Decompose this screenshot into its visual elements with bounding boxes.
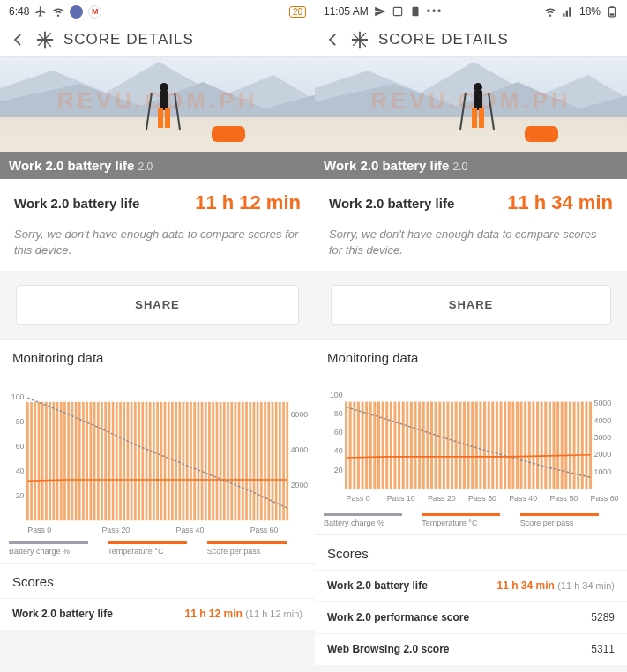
score-name: Work 2.0 performance score: [327, 611, 469, 623]
score-value: 5289: [591, 611, 615, 623]
svg-text:20: 20: [16, 491, 25, 500]
svg-rect-25: [89, 402, 92, 520]
svg-rect-20: [71, 402, 73, 520]
svg-rect-43: [156, 402, 159, 520]
svg-rect-52: [190, 402, 192, 520]
svg-text:100: 100: [330, 391, 343, 399]
svg-text:80: 80: [334, 409, 343, 418]
svg-rect-146: [520, 402, 523, 489]
svg-text:Pass 10: Pass 10: [387, 494, 415, 503]
svg-rect-73: [267, 402, 270, 520]
svg-rect-45: [164, 402, 167, 520]
svg-text:80: 80: [16, 417, 25, 426]
svg-rect-34: [123, 402, 125, 520]
svg-rect-138: [488, 402, 490, 489]
svg-rect-105: [353, 402, 355, 489]
more-icon: •••: [427, 5, 444, 18]
monitoring-chart: 20406080100200040006000Pass 0Pass 20Pass…: [0, 383, 315, 536]
legend-temperature: Temperature °C: [108, 541, 206, 556]
svg-rect-136: [479, 402, 481, 489]
svg-text:Pass 40: Pass 40: [176, 526, 205, 534]
svg-rect-134: [471, 402, 474, 489]
snowflake-icon: [350, 30, 369, 49]
hero-label: Work 2.0 battery life 2.0: [315, 152, 627, 179]
svg-rect-61: [223, 402, 226, 520]
svg-rect-137: [483, 402, 486, 489]
svg-rect-97: [474, 91, 482, 110]
svg-rect-103: [345, 402, 347, 489]
svg-rect-12: [41, 402, 44, 520]
svg-rect-16: [56, 402, 59, 520]
svg-rect-159: [573, 402, 576, 489]
svg-text:Pass 20: Pass 20: [101, 526, 130, 534]
svg-rect-23: [82, 402, 85, 520]
svg-rect-130: [455, 402, 458, 489]
svg-rect-98: [472, 108, 477, 128]
svg-rect-76: [279, 402, 281, 520]
svg-rect-9: [30, 402, 33, 520]
svg-rect-40: [146, 402, 148, 520]
share-button[interactable]: SHARE: [16, 285, 299, 325]
back-icon[interactable]: [324, 31, 341, 49]
back-icon[interactable]: [9, 31, 26, 49]
svg-rect-67: [245, 402, 248, 520]
svg-text:2000: 2000: [593, 451, 611, 459]
scores-title: Scores: [0, 563, 315, 598]
result-value: 11 h 34 min: [507, 191, 613, 214]
svg-rect-39: [141, 402, 144, 520]
status-time: 6:48: [9, 5, 29, 18]
svg-rect-122: [422, 402, 425, 489]
svg-text:20: 20: [334, 466, 343, 474]
legend-score: Score per pass: [207, 541, 306, 556]
svg-rect-111: [377, 402, 380, 489]
svg-rect-72: [264, 402, 266, 520]
svg-point-96: [474, 83, 482, 92]
svg-text:5000: 5000: [593, 399, 611, 408]
legend-battery: Battery charge %: [324, 513, 422, 527]
signal-icon: [562, 5, 574, 18]
svg-rect-139: [491, 402, 494, 489]
svg-text:6000: 6000: [291, 410, 309, 419]
svg-rect-56: [205, 402, 207, 520]
svg-rect-117: [402, 402, 405, 489]
sled-icon: [521, 121, 574, 147]
svg-rect-33: [119, 402, 122, 520]
skier-figure: [145, 80, 182, 144]
svg-rect-102: [525, 126, 558, 142]
svg-rect-69: [253, 402, 256, 520]
svg-rect-54: [197, 402, 199, 520]
svg-text:Pass 20: Pass 20: [428, 494, 456, 503]
svg-rect-116: [398, 402, 400, 489]
share-button[interactable]: SHARE: [331, 285, 611, 325]
svg-text:100: 100: [11, 392, 25, 401]
svg-rect-38: [138, 402, 140, 520]
svg-rect-154: [553, 402, 556, 489]
phone-right: 11:05 AM ••• 18% SCORE DETAILS REVU.COM.…: [315, 0, 627, 672]
svg-rect-158: [569, 402, 571, 489]
result-value: 11 h 12 min: [195, 191, 301, 214]
score-line: Work 2.0 battery life11 h 34 min (11 h 3…: [315, 570, 627, 601]
svg-point-0: [160, 83, 168, 92]
svg-rect-66: [242, 402, 244, 520]
svg-rect-3: [165, 108, 170, 128]
svg-rect-28: [101, 402, 103, 520]
status-time: 11:05 AM: [324, 5, 369, 18]
svg-text:4000: 4000: [291, 445, 309, 454]
monitoring-title: Monitoring data: [0, 339, 315, 383]
svg-text:Pass 30: Pass 30: [468, 494, 496, 503]
score-value: 11 h 12 min (11 h 12 min): [184, 608, 302, 620]
compare-message: Sorry, we don't have enough data to comp…: [14, 227, 301, 258]
svg-line-101: [489, 93, 494, 130]
svg-rect-160: [577, 402, 579, 489]
hero-banner: REVU.COM.PH Work 2.0 battery life 2.0: [315, 57, 627, 179]
svg-rect-30: [108, 402, 111, 520]
svg-rect-157: [564, 402, 567, 489]
result-section: Work 2.0 battery life 11 h 12 min Sorry,…: [0, 179, 315, 271]
svg-rect-135: [475, 402, 478, 489]
svg-rect-149: [532, 402, 534, 489]
svg-rect-132: [463, 402, 466, 489]
svg-text:Pass 50: Pass 50: [549, 494, 578, 503]
svg-rect-13: [45, 402, 48, 520]
chart-legend: Battery charge % Temperature °C Score pe…: [315, 508, 627, 534]
svg-rect-163: [589, 402, 592, 489]
